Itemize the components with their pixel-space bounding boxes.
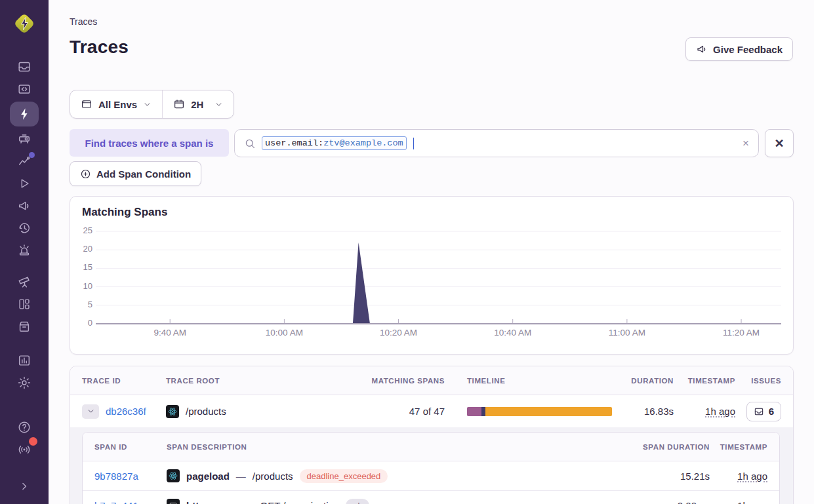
- chevron-down-icon: [87, 407, 95, 416]
- traces-table-header: Trace ID Trace Root Matching Spans Timel…: [70, 366, 793, 395]
- play-icon: [17, 176, 31, 191]
- search-icon: [244, 138, 256, 149]
- sidebar-item-crons[interactable]: [11, 241, 37, 260]
- platform-icon: [167, 499, 180, 504]
- col-duration: Duration: [631, 377, 674, 385]
- matching-spans-chart[interactable]: 05101520259:40 AM10:00 AM10:20 AM10:40 A…: [70, 197, 793, 354]
- inbox-icon: [754, 406, 764, 417]
- matching-spans-count: 47 of 47: [409, 406, 445, 417]
- sidebar-item-replays[interactable]: [11, 174, 37, 193]
- sidebar-item-help[interactable]: [11, 417, 37, 437]
- chart-plot-area: [96, 227, 781, 325]
- give-feedback-button[interactable]: Give Feedback: [685, 37, 793, 61]
- trace-search-input[interactable]: user.email:ztv@example.com ×: [234, 129, 759, 157]
- col-timestamp: Timestamp: [688, 377, 735, 385]
- x-axis-tick-label: 11:00 AM: [598, 328, 657, 338]
- sidebar-collapse-button[interactable]: [11, 476, 37, 496]
- separator: —: [236, 471, 246, 482]
- add-span-condition-button[interactable]: Add Span Condition: [70, 161, 201, 186]
- sidebar-item-settings[interactable]: [11, 373, 37, 393]
- layout-icon: [17, 297, 31, 311]
- status-badge: ok: [346, 499, 369, 504]
- siren-icon: [17, 243, 31, 258]
- x-axis-tick-label: 10:00 AM: [254, 328, 314, 338]
- col-span-id: Span ID: [94, 443, 167, 451]
- span-description: GET /organization: [260, 500, 340, 504]
- traces-table: Trace ID Trace Root Matching Spans Timel…: [70, 366, 794, 504]
- environment-selector[interactable]: All Envs: [70, 90, 162, 118]
- date-range-value: 2H: [191, 99, 203, 110]
- chevron-right-icon: [18, 480, 31, 493]
- date-range-selector[interactable]: 2H: [163, 90, 234, 118]
- react-icon: [166, 405, 179, 418]
- trace-root-name[interactable]: /products: [186, 406, 226, 417]
- y-axis-tick-label: 15: [71, 262, 92, 272]
- collapse-row-button[interactable]: [82, 404, 99, 419]
- trace-id-link[interactable]: db26c36f: [106, 406, 146, 417]
- sidebar-item-releases[interactable]: [11, 317, 37, 336]
- plus-circle-icon: [80, 168, 91, 180]
- projector-icon: [17, 132, 31, 146]
- table-row: db26c36f /products 47 of 47 16.83s 1h ag…: [70, 395, 793, 427]
- sidebar-item-explore[interactable]: [11, 79, 37, 99]
- notification-dot-purple: [29, 152, 35, 158]
- chevron-down-icon: [143, 100, 152, 109]
- sidebar-item-metrics[interactable]: [11, 151, 37, 171]
- gear-icon: [17, 376, 31, 390]
- sentry-logo[interactable]: [12, 11, 37, 39]
- col-timeline: Timeline: [467, 377, 636, 385]
- sidebar-item-traces[interactable]: [10, 102, 39, 126]
- window-icon: [81, 98, 92, 110]
- span-description: /products: [253, 471, 293, 482]
- sidebar-item-whats-new[interactable]: [11, 440, 37, 459]
- megaphone-icon: [696, 43, 708, 55]
- issues-count-button[interactable]: 6: [746, 402, 781, 421]
- x-axis-tick-label: 10:20 AM: [369, 328, 428, 338]
- chevron-down-icon: [214, 100, 223, 109]
- col-trace-root: Trace Root: [166, 377, 333, 385]
- span-condition-label: Find traces where a span is: [70, 129, 229, 157]
- span-op: pageload: [186, 471, 230, 482]
- megaphone-icon: [17, 199, 31, 213]
- sidebar-item-discover[interactable]: [11, 272, 37, 292]
- sidebar-item-stats[interactable]: [11, 351, 37, 370]
- main-content: Traces Traces Give Feedback All Envs 2H …: [49, 0, 814, 504]
- span-row: 9b78827a pageload — /products deadline_e…: [83, 461, 779, 491]
- span-duration: 15.21s: [680, 471, 710, 482]
- x-axis-tick-label: 11:20 AM: [712, 328, 771, 338]
- col-span-timestamp: Timestamp: [720, 443, 767, 451]
- y-axis-tick-label: 10: [71, 281, 92, 291]
- span-timestamp[interactable]: 1h ago: [737, 500, 767, 504]
- give-feedback-label: Give Feedback: [713, 44, 783, 55]
- span-timestamp[interactable]: 1h ago: [737, 471, 767, 482]
- calendar-icon: [173, 98, 185, 110]
- sidebar-item-dashboards[interactable]: [11, 294, 37, 314]
- matching-spans-chart-card: Matching Spans 05101520259:40 AM10:00 AM…: [70, 196, 794, 355]
- span-id-link[interactable]: 9b78827a: [94, 471, 167, 482]
- search-token[interactable]: user.email:ztv@example.com: [262, 136, 407, 150]
- trace-timeline-bar[interactable]: [467, 407, 612, 416]
- span-id-link[interactable]: b7a7e441: [94, 500, 167, 504]
- sidebar-item-insights[interactable]: [11, 129, 37, 149]
- issues-count: 6: [769, 406, 774, 417]
- clear-search-icon[interactable]: ×: [743, 138, 749, 149]
- sidebar-item-alerts[interactable]: [11, 196, 37, 216]
- breadcrumb[interactable]: Traces: [70, 16, 97, 27]
- remove-condition-button[interactable]: ✕: [765, 129, 794, 157]
- span-duration: 2.00ms: [678, 500, 710, 504]
- inbox-icon: [17, 60, 31, 74]
- notification-dot-red: [29, 437, 37, 446]
- trace-timestamp[interactable]: 1h ago: [705, 406, 735, 417]
- archive-box-icon: [17, 319, 31, 334]
- separator: —: [244, 500, 254, 504]
- sidebar-item-history[interactable]: [11, 218, 37, 238]
- expanded-trace-panel: Span ID Span Description Span Duration T…: [70, 427, 793, 504]
- environment-value: All Envs: [98, 99, 137, 110]
- y-axis-tick-label: 0: [71, 318, 92, 328]
- trace-duration: 16.83s: [644, 406, 674, 417]
- col-span-duration: Span Duration: [643, 443, 710, 451]
- sidebar-item-issues[interactable]: [11, 57, 37, 77]
- y-axis-tick-label: 25: [71, 225, 92, 235]
- react-icon: [167, 469, 180, 482]
- page-title: Traces: [70, 37, 129, 58]
